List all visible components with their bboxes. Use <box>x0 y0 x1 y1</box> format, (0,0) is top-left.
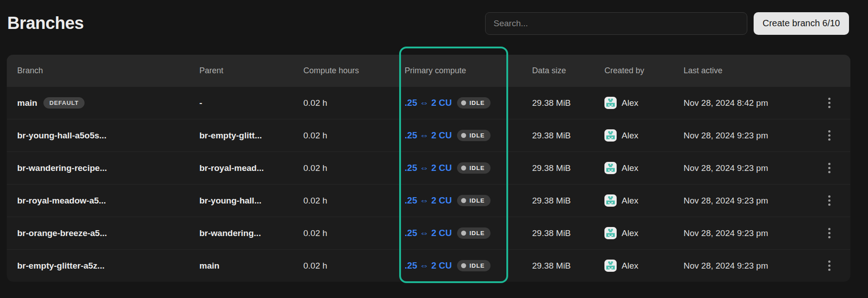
status-label: IDLE <box>469 263 485 269</box>
search-input[interactable] <box>485 12 747 35</box>
status-badge: IDLE <box>457 260 491 271</box>
status-label: IDLE <box>469 165 485 171</box>
page-title: Branches <box>7 14 84 33</box>
parent-name: main <box>199 261 219 271</box>
primary-compute-cell: .25 ⇔ 2 CU IDLE <box>405 260 532 271</box>
row-actions-kebab-icon[interactable] <box>826 160 833 176</box>
branch-cell: main DEFAULT <box>17 97 199 109</box>
parent-name: br-young-hall... <box>199 196 261 206</box>
row-actions-kebab-icon[interactable] <box>826 128 833 143</box>
branch-name[interactable]: br-royal-meadow-a5... <box>17 196 106 206</box>
primary-compute-cell: .25 ⇔ 2 CU IDLE <box>405 130 532 141</box>
branch-name[interactable]: br-orange-breeze-a5... <box>17 228 107 238</box>
compute-hours-value: 0.02 h <box>303 196 327 206</box>
idle-status-dot-icon <box>461 231 466 236</box>
create-branch-button[interactable]: Create branch 6/10 <box>754 12 849 35</box>
column-header-compute-hours: Compute hours <box>303 66 405 76</box>
status-label: IDLE <box>469 132 485 138</box>
created-by-cell: Alex <box>604 129 684 142</box>
row-actions-kebab-icon[interactable] <box>826 95 833 111</box>
data-size-value: 29.38 MiB <box>532 228 571 238</box>
data-size-value: 29.38 MiB <box>532 98 571 108</box>
compute-hours-value: 0.02 h <box>303 131 327 141</box>
creator-name: Alex <box>622 163 638 173</box>
status-label: IDLE <box>469 230 485 236</box>
topbar: Branches Create branch 6/10 <box>0 0 868 35</box>
data-size-value: 29.38 MiB <box>532 131 571 141</box>
default-badge: DEFAULT <box>43 97 85 109</box>
data-size-value: 29.38 MiB <box>532 196 571 206</box>
idle-status-dot-icon <box>461 263 466 268</box>
status-badge: IDLE <box>457 162 491 174</box>
data-size-value: 29.38 MiB <box>532 261 571 271</box>
idle-status-dot-icon <box>461 198 466 203</box>
topbar-actions: Create branch 6/10 <box>485 12 849 35</box>
user-avatar-identicon <box>604 129 617 142</box>
last-active-value: Nov 28, 2024 9:23 pm <box>684 261 768 271</box>
column-header-created-by: Created by <box>604 66 684 76</box>
compute-hours-value: 0.02 h <box>303 98 327 108</box>
primary-compute-cell: .25 ⇔ 2 CU IDLE <box>405 162 532 174</box>
row-actions-kebab-icon[interactable] <box>826 225 833 241</box>
last-active-value: Nov 28, 2024 9:23 pm <box>684 196 768 206</box>
status-badge: IDLE <box>457 130 491 141</box>
status-badge: IDLE <box>457 97 491 109</box>
compute-size-value: .25 ⇔ 2 CU <box>405 260 452 271</box>
row-actions-kebab-icon[interactable] <box>826 193 833 208</box>
table-row[interactable]: main DEFAULT - 0.02 h .25 ⇔ 2 CU IDLE 29… <box>7 86 850 119</box>
last-active-value: Nov 28, 2024 9:23 pm <box>684 228 768 238</box>
created-by-cell: Alex <box>604 162 684 174</box>
branch-name[interactable]: br-wandering-recipe... <box>17 163 107 173</box>
column-header-last-active: Last active <box>684 66 818 76</box>
user-avatar-identicon <box>604 162 617 174</box>
idle-status-dot-icon <box>461 133 466 138</box>
parent-name: - <box>199 98 202 108</box>
compute-size-value: .25 ⇔ 2 CU <box>405 130 452 141</box>
compute-size-value: .25 ⇔ 2 CU <box>405 195 452 206</box>
branch-name[interactable]: main <box>17 98 37 108</box>
creator-name: Alex <box>622 196 638 206</box>
primary-compute-cell: .25 ⇔ 2 CU IDLE <box>405 97 532 109</box>
user-avatar-identicon <box>604 194 617 207</box>
parent-name: br-royal-mead... <box>199 163 264 173</box>
table-row[interactable]: br-wandering-recipe... br-royal-mead... … <box>7 151 850 184</box>
column-header-data-size: Data size <box>532 66 604 76</box>
created-by-cell: Alex <box>604 227 684 239</box>
user-avatar-identicon <box>604 260 617 272</box>
row-actions-kebab-icon[interactable] <box>826 258 833 274</box>
idle-status-dot-icon <box>461 166 466 170</box>
parent-name: br-wandering... <box>199 228 261 238</box>
compute-size-value: .25 ⇔ 2 CU <box>405 98 452 108</box>
idle-status-dot-icon <box>461 100 466 105</box>
branches-table: Branch Parent Compute hours Primary comp… <box>7 55 850 282</box>
status-label: IDLE <box>469 198 485 203</box>
primary-compute-cell: .25 ⇔ 2 CU IDLE <box>405 227 532 239</box>
status-badge: IDLE <box>457 195 491 206</box>
user-avatar-identicon <box>604 97 617 109</box>
primary-compute-cell: .25 ⇔ 2 CU IDLE <box>405 195 532 206</box>
column-header-primary-compute: Primary compute <box>405 66 532 76</box>
table-row[interactable]: br-orange-breeze-a5... br-wandering... 0… <box>7 217 850 249</box>
last-active-value: Nov 28, 2024 8:42 pm <box>684 98 768 108</box>
created-by-cell: Alex <box>604 97 684 109</box>
created-by-cell: Alex <box>604 194 684 207</box>
branch-name[interactable]: br-young-hall-a5o5s... <box>17 131 106 141</box>
user-avatar-identicon <box>604 227 617 239</box>
table-header-row: Branch Parent Compute hours Primary comp… <box>7 55 850 86</box>
column-header-parent: Parent <box>199 66 303 76</box>
table-row[interactable]: br-young-hall-a5o5s... br-empty-glitt...… <box>7 119 850 151</box>
compute-size-value: .25 ⇔ 2 CU <box>405 228 452 238</box>
compute-hours-value: 0.02 h <box>303 163 327 173</box>
branch-name[interactable]: br-empty-glitter-a5z... <box>17 261 104 271</box>
status-label: IDLE <box>469 100 485 106</box>
table-row[interactable]: br-royal-meadow-a5... br-young-hall... 0… <box>7 184 850 217</box>
creator-name: Alex <box>622 261 638 271</box>
last-active-value: Nov 28, 2024 9:23 pm <box>684 163 768 173</box>
table-row[interactable]: br-empty-glitter-a5z... main 0.02 h .25 … <box>7 249 850 282</box>
column-header-branch: Branch <box>17 66 199 76</box>
compute-size-value: .25 ⇔ 2 CU <box>405 163 452 173</box>
data-size-value: 29.38 MiB <box>532 163 571 173</box>
compute-hours-value: 0.02 h <box>303 261 327 271</box>
compute-hours-value: 0.02 h <box>303 228 327 238</box>
last-active-value: Nov 28, 2024 9:23 pm <box>684 131 768 141</box>
